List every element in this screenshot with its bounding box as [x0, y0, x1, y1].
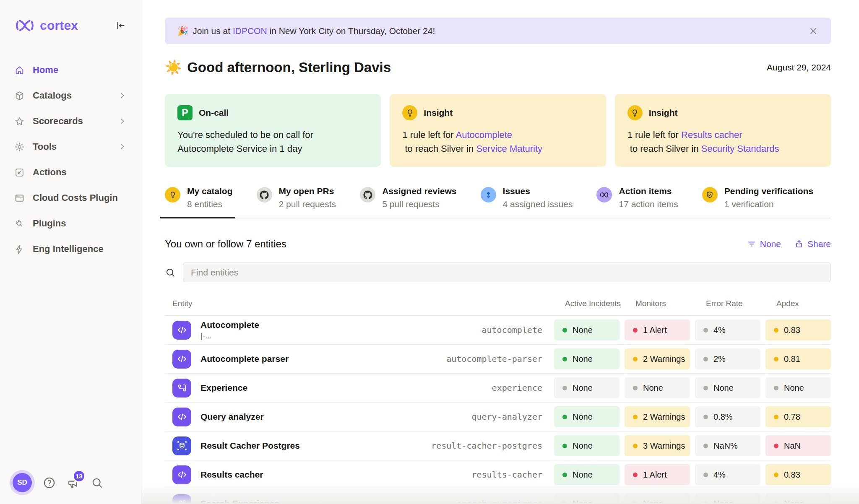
table-body: Autocomplete |-... autocomplete None 1 A… — [165, 316, 831, 504]
table-row[interactable]: Autocomplete |-... autocomplete None 1 A… — [165, 316, 831, 345]
sidebar-item-icon — [14, 244, 25, 255]
table-row[interactable]: Experience experience None None None Non… — [165, 374, 831, 403]
sidebar-item-catalogs[interactable]: Catalogs — [8, 85, 133, 106]
apdex-badge: NaN — [765, 435, 831, 456]
filter-button[interactable]: None — [747, 239, 781, 249]
status-dot — [633, 473, 638, 477]
status-dot — [633, 444, 638, 448]
service-maturity-link[interactable]: Service Maturity — [476, 143, 542, 154]
tab-label: My catalog — [187, 186, 233, 196]
entity-tag: autocomplete-parser — [446, 354, 549, 364]
entities-table: Entity Active Incidents Monitors Error R… — [165, 292, 831, 504]
column-apdex: Apdex — [765, 299, 831, 308]
table-row[interactable]: Results cacher results-cacher None 1 Ale… — [165, 460, 831, 489]
tab-assigned-reviews[interactable]: Assigned reviews 5 pull requests — [360, 186, 456, 218]
entity-name: Results cacher — [200, 470, 263, 480]
sidebar-item-tools[interactable]: Tools — [8, 136, 133, 157]
tab-sublabel: 8 entities — [187, 199, 233, 209]
banner-close-icon[interactable] — [808, 26, 818, 36]
active-incidents-badge: None — [554, 406, 620, 427]
tab-issues[interactable]: Issues 4 assigned issues — [481, 186, 573, 218]
error-rate-badge: NaN% — [695, 435, 760, 456]
card-title: On-call — [199, 108, 229, 118]
monitors-badge: 2 Warnings — [625, 406, 690, 427]
find-entities-input[interactable] — [183, 262, 831, 282]
status-dot — [774, 473, 778, 477]
status-dot — [633, 501, 638, 504]
error-rate-badge: 0.8% — [695, 406, 760, 427]
autocomplete-link[interactable]: Autocomplete — [456, 130, 513, 140]
code-icon — [172, 408, 191, 426]
banner-idpcon-link[interactable]: IDPCON — [233, 26, 267, 36]
sidebar-item-actions[interactable]: Actions — [8, 162, 133, 183]
table-row[interactable]: Autocomplete parser autocomplete-parser … — [165, 345, 831, 374]
apdex-badge: 0.83 — [765, 464, 831, 485]
apdex-badge: None — [765, 493, 831, 504]
tab-my-catalog[interactable]: My catalog 8 entities — [165, 186, 233, 218]
entity-name: Autocomplete parser — [200, 354, 289, 364]
status-dot — [774, 415, 778, 419]
brand-row: cortex — [0, 0, 141, 35]
app: cortex Home — [0, 0, 859, 504]
banner-text-suffix: in New York City on Thursday, October 24… — [267, 26, 435, 36]
sidebar-item-icon — [14, 167, 25, 178]
sidebar-item-home[interactable]: Home — [8, 60, 133, 81]
status-dot — [562, 357, 567, 361]
sidebar-item-plugins[interactable]: Plugins — [8, 213, 133, 234]
chevron-right-icon — [118, 117, 127, 125]
tab-my-open-prs[interactable]: My open PRs 2 pull requests — [257, 186, 336, 218]
avatar[interactable]: SD — [13, 473, 32, 492]
monitors-badge: 3 Warnings — [625, 435, 690, 456]
tab-label: My open PRs — [279, 186, 336, 196]
pagerduty-icon: P — [177, 105, 193, 120]
sidebar-search-icon[interactable] — [91, 476, 104, 489]
table-header: Entity Active Incidents Monitors Error R… — [165, 292, 831, 316]
sidebar-item-eng-intelligence[interactable]: Eng Intelligence — [8, 239, 133, 260]
active-incidents-badge: None — [554, 493, 620, 504]
sidebar-item-label: Eng Intelligence — [33, 244, 104, 255]
share-icon — [794, 239, 804, 249]
help-icon[interactable] — [43, 476, 56, 489]
insight-text: 1 rule left for Results cacher to reach … — [627, 128, 818, 156]
sidebar-item-scorecards[interactable]: Scorecards — [8, 111, 133, 132]
share-button[interactable]: Share — [794, 239, 831, 249]
status-dot — [562, 386, 567, 390]
brand[interactable]: cortex — [15, 16, 78, 35]
on-call-card[interactable]: P On-call You're scheduled to be on call… — [165, 94, 381, 167]
tab-sublabel: 2 pull requests — [279, 199, 336, 209]
sidebar-item-cloud-costs-plugin[interactable]: Cloud Costs Plugin — [8, 187, 133, 208]
sidebar-collapse-icon[interactable] — [115, 20, 126, 31]
tab-sublabel: 5 pull requests — [382, 199, 456, 209]
tab-label: Issues — [503, 186, 573, 196]
status-dot — [703, 473, 708, 477]
apdex-badge: None — [765, 377, 831, 398]
status-dot — [562, 328, 567, 333]
security-standards-link[interactable]: Security Standards — [701, 143, 779, 154]
status-dot — [703, 501, 708, 504]
active-incidents-badge: None — [554, 348, 620, 369]
table-row[interactable]: Result Cacher Postgres result-cacher-pos… — [165, 431, 831, 460]
status-dot — [633, 357, 638, 361]
insight-card-2[interactable]: Insight 1 rule left for Results cacher t… — [615, 94, 831, 167]
status-dot — [562, 501, 567, 504]
status-dot — [774, 444, 778, 448]
status-dot — [633, 386, 638, 390]
tab-pending-verifications[interactable]: Pending verifications 1 verification — [702, 186, 813, 218]
insight-card-1[interactable]: Insight 1 rule left for Autocomplete to … — [390, 94, 606, 167]
search-icon — [165, 267, 176, 278]
entity-tag: autocomplete — [482, 325, 549, 335]
status-dot — [562, 415, 567, 419]
sidebar-item-label: Plugins — [33, 218, 66, 229]
sidebar-item-label: Cloud Costs Plugin — [33, 192, 118, 203]
entities-count-title: You own or follow 7 entities — [165, 238, 286, 250]
announcements-icon[interactable]: 13 — [67, 476, 80, 489]
tab-action-items[interactable]: Action items 17 action items — [596, 186, 678, 218]
code-icon — [172, 321, 191, 340]
active-incidents-badge: None — [554, 320, 620, 340]
sidebar-item-label: Home — [33, 65, 58, 75]
results-cacher-link[interactable]: Results cacher — [681, 130, 742, 140]
table-row[interactable]: Search Experience search-experience None… — [165, 489, 831, 504]
entity-tag: result-cacher-postgres — [431, 441, 549, 451]
table-row[interactable]: Query analyzer query-analyzer None 2 War… — [165, 403, 831, 431]
code-icon — [172, 350, 191, 369]
